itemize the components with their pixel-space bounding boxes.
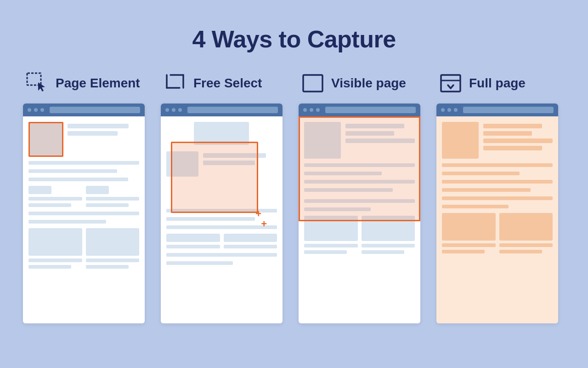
block bbox=[224, 234, 277, 242]
divider bbox=[304, 188, 393, 192]
divider bbox=[304, 244, 358, 247]
divider bbox=[304, 163, 415, 167]
browser-page-element bbox=[23, 104, 145, 323]
divider bbox=[224, 245, 277, 248]
page-title: 4 Ways to Capture bbox=[192, 25, 396, 53]
dot1 bbox=[303, 108, 307, 112]
full-page-icon bbox=[439, 71, 463, 95]
line bbox=[68, 124, 129, 128]
browser-free-select: + bbox=[161, 104, 283, 323]
card-page-element: Page Element bbox=[23, 71, 152, 323]
divider bbox=[28, 169, 117, 173]
two-col-3 bbox=[166, 234, 277, 248]
card-header-page-element: Page Element bbox=[23, 71, 140, 95]
dot2 bbox=[172, 108, 175, 112]
img-block-1 bbox=[28, 122, 63, 156]
block bbox=[28, 186, 51, 194]
block bbox=[194, 122, 249, 145]
dot2 bbox=[310, 108, 313, 112]
card-label-visible-page: Visible page bbox=[331, 76, 406, 91]
url-bar-2 bbox=[187, 107, 278, 113]
browser-bar-1 bbox=[23, 104, 145, 116]
url-bar-1 bbox=[50, 107, 140, 113]
line bbox=[345, 124, 404, 128]
divider bbox=[28, 161, 139, 165]
col bbox=[442, 213, 496, 253]
col-3 bbox=[28, 228, 82, 269]
free-select-icon bbox=[163, 71, 187, 95]
col bbox=[224, 234, 277, 248]
divider bbox=[86, 203, 129, 207]
divider bbox=[442, 188, 531, 192]
content-section-1a bbox=[28, 122, 139, 156]
browser-bar-3 bbox=[299, 104, 420, 116]
dot1 bbox=[28, 108, 31, 112]
block bbox=[442, 213, 496, 241]
block bbox=[166, 151, 198, 177]
col bbox=[304, 216, 358, 254]
dot3 bbox=[178, 108, 182, 112]
divider bbox=[166, 209, 277, 213]
line bbox=[483, 131, 532, 136]
col bbox=[362, 216, 415, 254]
divider bbox=[304, 199, 415, 203]
line bbox=[203, 153, 266, 158]
divider bbox=[28, 220, 106, 224]
col-4 bbox=[86, 228, 140, 269]
card-label-page-element: Page Element bbox=[56, 76, 140, 91]
divider bbox=[442, 180, 553, 184]
divider bbox=[166, 245, 220, 248]
text-lines-3 bbox=[345, 122, 415, 159]
col-2 bbox=[86, 186, 140, 207]
dot2 bbox=[34, 108, 38, 112]
dot2 bbox=[447, 108, 451, 112]
col-1 bbox=[28, 186, 82, 207]
divider bbox=[304, 180, 415, 184]
card-label-full-page: Full page bbox=[469, 76, 526, 91]
browser-content-1 bbox=[23, 116, 145, 323]
divider bbox=[166, 217, 255, 221]
card-header-full-page: Full page bbox=[436, 71, 526, 95]
dot3 bbox=[316, 108, 320, 112]
divider bbox=[362, 250, 404, 254]
line bbox=[483, 138, 553, 143]
divider bbox=[166, 261, 233, 265]
divider bbox=[28, 178, 128, 181]
text-lines-1 bbox=[68, 122, 139, 136]
cards-container: Page Element bbox=[9, 71, 579, 323]
block bbox=[499, 213, 553, 241]
block bbox=[86, 228, 140, 256]
dot1 bbox=[165, 108, 169, 112]
divider bbox=[442, 243, 496, 247]
block bbox=[28, 228, 82, 256]
card-header-free-select: Free Select bbox=[161, 71, 262, 95]
two-col-4 bbox=[304, 216, 415, 254]
col bbox=[499, 213, 553, 253]
browser-content-3 bbox=[299, 116, 420, 323]
line bbox=[68, 131, 118, 136]
divider bbox=[86, 265, 129, 269]
line bbox=[203, 161, 255, 165]
card-visible-page: Visible page bbox=[299, 71, 427, 323]
page-element-icon bbox=[25, 71, 49, 95]
divider bbox=[499, 243, 553, 247]
block bbox=[304, 216, 358, 241]
line bbox=[483, 146, 542, 150]
divider bbox=[166, 253, 277, 257]
browser-visible-page bbox=[299, 104, 420, 323]
divider bbox=[304, 172, 382, 175]
url-bar-3 bbox=[325, 107, 416, 113]
browser-bar-2 bbox=[161, 104, 283, 116]
divider bbox=[442, 205, 509, 208]
content-section-3a bbox=[304, 122, 415, 159]
divider bbox=[166, 225, 277, 229]
divider bbox=[28, 265, 71, 269]
card-label-free-select: Free Select bbox=[193, 76, 262, 91]
dot3 bbox=[40, 108, 44, 112]
two-col-1 bbox=[28, 186, 139, 207]
divider bbox=[442, 163, 553, 167]
divider bbox=[304, 207, 371, 211]
line bbox=[345, 138, 415, 143]
divider bbox=[362, 244, 415, 247]
divider bbox=[442, 172, 520, 175]
